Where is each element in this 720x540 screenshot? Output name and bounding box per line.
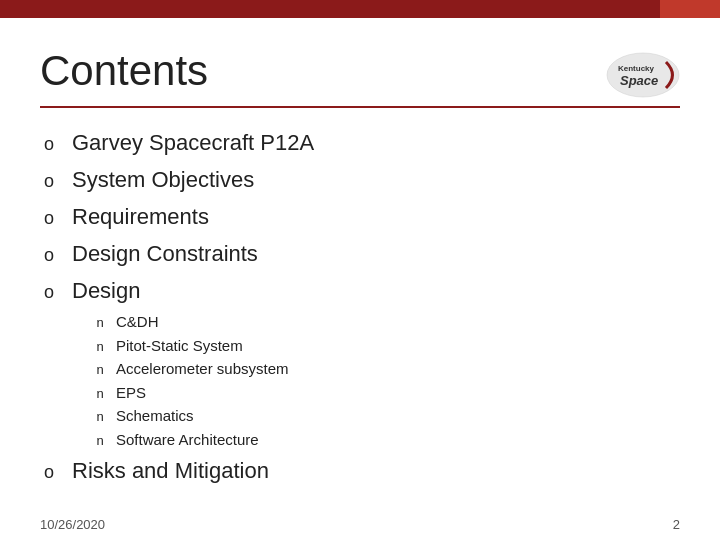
content-area: o Garvey Spacecraft P12A o System Object… (40, 126, 680, 491)
item-label: System Objectives (72, 163, 254, 196)
top-bar-accent (660, 0, 720, 18)
sub-item-label: Accelerometer subsystem (116, 358, 289, 381)
item-label: Design (72, 274, 140, 307)
sub-item-label: Pitot-Static System (116, 335, 243, 358)
list-item: n EPS (94, 382, 680, 405)
list-item: n Software Architecture (94, 429, 680, 452)
footer-page: 2 (673, 517, 680, 532)
item-label: Design Constraints (72, 237, 258, 270)
sub-items-list: n C&DH n Pitot-Static System n Accelerom… (94, 311, 680, 452)
sub-item-label: EPS (116, 382, 146, 405)
svg-text:Kentucky: Kentucky (618, 64, 655, 73)
list-item: n Pitot-Static System (94, 335, 680, 358)
bullet-icon: n (94, 409, 106, 424)
list-item: o Design (40, 274, 680, 307)
sub-item-label: C&DH (116, 311, 159, 334)
bullet-icon: n (94, 362, 106, 377)
title-divider (40, 106, 680, 108)
list-item: o System Objectives (40, 163, 680, 196)
top-bar (0, 0, 720, 18)
bullet-icon: n (94, 339, 106, 354)
list-item: n Accelerometer subsystem (94, 358, 680, 381)
item-label: Garvey Spacecraft P12A (72, 126, 314, 159)
logo-area: Kentucky Space (606, 52, 680, 98)
slide-container: Contents Kentucky Space o Garvey Spacecr… (0, 18, 720, 540)
footer-date: 10/26/2020 (40, 517, 105, 532)
list-item: o Requirements (40, 200, 680, 233)
bullet-icon: o (40, 459, 58, 486)
item-label: Requirements (72, 200, 209, 233)
svg-text:Space: Space (620, 73, 658, 88)
slide-title: Contents (40, 48, 208, 94)
list-item: o Risks and Mitigation (40, 454, 680, 487)
sub-item-label: Software Architecture (116, 429, 259, 452)
bullet-icon: o (40, 205, 58, 232)
bullet-icon: o (40, 168, 58, 195)
bullet-icon: n (94, 433, 106, 448)
bullet-icon: o (40, 279, 58, 306)
bullet-icon: n (94, 315, 106, 330)
bullet-icon: o (40, 131, 58, 158)
list-item: n Schematics (94, 405, 680, 428)
item-label: Risks and Mitigation (72, 454, 269, 487)
list-item: n C&DH (94, 311, 680, 334)
bullet-icon: n (94, 386, 106, 401)
bullet-icon: o (40, 242, 58, 269)
list-item: o Garvey Spacecraft P12A (40, 126, 680, 159)
sub-item-label: Schematics (116, 405, 194, 428)
header-row: Contents Kentucky Space (40, 48, 680, 98)
list-item: o Design Constraints (40, 237, 680, 270)
slide-footer: 10/26/2020 2 (40, 517, 680, 532)
kentucky-space-logo: Kentucky Space (606, 52, 680, 98)
